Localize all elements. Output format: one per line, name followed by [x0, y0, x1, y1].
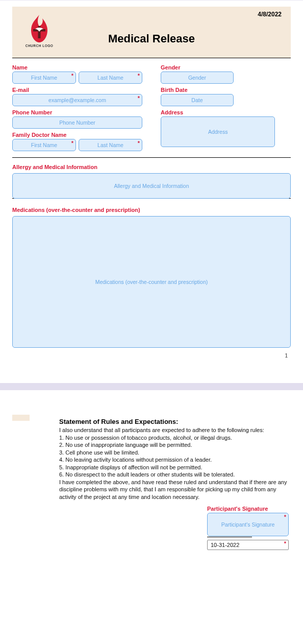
- address-label: Address: [161, 109, 291, 115]
- header-banner: 4/8/2022 CHURCH LOGO Medical Release: [12, 7, 291, 58]
- rules-text: I also understand that all participants …: [59, 426, 289, 500]
- first-name-input[interactable]: First Name *: [12, 71, 76, 84]
- doctor-last-placeholder: Last Name: [97, 142, 123, 148]
- required-asterisk: *: [284, 540, 286, 546]
- birthdate-label: Birth Date: [161, 87, 291, 93]
- address-input[interactable]: Address: [161, 116, 275, 147]
- signature-input[interactable]: Participant's Signature *: [207, 513, 289, 536]
- page-gap-bottom: [0, 390, 303, 404]
- gender-placeholder: Gender: [188, 75, 206, 81]
- allergy-label: Allergy and Medical Information: [12, 164, 291, 170]
- signature-label: Participant's Signature: [207, 506, 289, 512]
- required-asterisk: *: [138, 95, 140, 101]
- phone-label: Phone Number: [12, 109, 142, 115]
- signature-underline: [207, 537, 252, 537]
- gender-input[interactable]: Gender: [161, 71, 234, 84]
- required-asterisk: *: [71, 73, 73, 79]
- rule-2: 2. No use of inappropriate language will…: [59, 441, 289, 449]
- doctor-first-placeholder: First Name: [31, 142, 57, 148]
- flame-dove-cross-icon: [26, 14, 53, 43]
- required-asterisk: *: [71, 140, 73, 146]
- email-label: E-mail: [12, 87, 142, 93]
- required-asterisk: *: [138, 140, 140, 146]
- page-number: 1: [12, 351, 291, 359]
- phone-input[interactable]: Phone Number: [12, 116, 142, 129]
- rules-outro: I have completed the above, and have rea…: [59, 479, 289, 501]
- medications-placeholder: Medications (over-the-counter and prescr…: [95, 279, 208, 285]
- form-columns: Name First Name * Last Name * E-mail exa…: [12, 58, 291, 154]
- page-1: 4/8/2022 CHURCH LOGO Medical Release Nam…: [0, 0, 303, 369]
- rules-block: Statement of Rules and Expectations: I a…: [59, 410, 289, 550]
- birthdate-field: Birth Date Date: [161, 87, 291, 106]
- divider: [12, 157, 291, 158]
- address-placeholder: Address: [208, 129, 228, 135]
- required-asterisk: *: [138, 73, 140, 79]
- page-title: Medical Release: [20, 32, 283, 49]
- doctor-first-input[interactable]: First Name *: [12, 139, 76, 151]
- phone-placeholder: Phone Number: [59, 120, 95, 126]
- rule-6: 6. No disrespect to the adult leaders or…: [59, 471, 289, 479]
- allergy-field: Allergy and Medical Information Allergy …: [12, 164, 291, 199]
- birthdate-placeholder: Date: [191, 97, 203, 103]
- allergy-input[interactable]: Allergy and Medical Information: [12, 173, 291, 199]
- logo-text: CHURCH LOGO: [20, 44, 58, 48]
- rule-1: 1. No use or possession of tobacco produ…: [59, 434, 289, 442]
- email-placeholder: example@example.com: [48, 97, 106, 103]
- church-logo: CHURCH LOGO: [20, 14, 58, 48]
- gender-label: Gender: [161, 64, 291, 70]
- rules-intro: I also understand that all participants …: [59, 426, 289, 434]
- name-label: Name: [12, 64, 142, 70]
- phone-field: Phone Number Phone Number: [12, 109, 142, 129]
- right-column: Gender Gender Birth Date Date Address Ad…: [161, 64, 291, 154]
- header-date: 4/8/2022: [258, 11, 282, 18]
- page-gap-top: [0, 369, 303, 383]
- required-asterisk: *: [284, 514, 286, 520]
- banner-stub: [12, 415, 30, 421]
- first-name-placeholder: First Name: [31, 75, 57, 81]
- left-column: Name First Name * Last Name * E-mail exa…: [12, 64, 142, 154]
- doctor-field: Family Doctor Name First Name * Last Nam…: [12, 132, 142, 151]
- birthdate-input[interactable]: Date: [161, 94, 234, 106]
- name-field: Name First Name * Last Name *: [12, 64, 142, 84]
- page-2: Statement of Rules and Expectations: I a…: [0, 404, 303, 565]
- address-field: Address Address: [161, 109, 291, 147]
- signature-placeholder: Participant's Signature: [221, 521, 275, 528]
- page-separator-band: [0, 383, 303, 390]
- allergy-placeholder: Allergy and Medical Information: [114, 183, 189, 189]
- rule-5: 5. Inappropriate displays of affection w…: [59, 464, 289, 471]
- rules-heading: Statement of Rules and Expectations:: [59, 418, 289, 425]
- last-name-input[interactable]: Last Name *: [79, 71, 142, 84]
- rule-3: 3. Cell phone use will be limited.: [59, 449, 289, 457]
- signature-date-input[interactable]: 10-31-2022 *: [207, 540, 289, 550]
- signature-date-value: 10-31-2022: [211, 542, 239, 548]
- medications-field: Medications (over-the-counter and prescr…: [12, 207, 291, 348]
- gender-field: Gender Gender: [161, 64, 291, 84]
- doctor-last-input[interactable]: Last Name *: [79, 139, 142, 151]
- last-name-placeholder: Last Name: [97, 75, 123, 81]
- medications-input[interactable]: Medications (over-the-counter and prescr…: [12, 216, 291, 348]
- email-field: E-mail example@example.com *: [12, 87, 142, 106]
- signature-area: Participant's Signature Participant's Si…: [59, 506, 289, 550]
- doctor-label: Family Doctor Name: [12, 132, 142, 138]
- medications-label: Medications (over-the-counter and prescr…: [12, 207, 291, 213]
- email-input[interactable]: example@example.com *: [12, 94, 142, 106]
- rule-4: 4. No leaving activity locations without…: [59, 456, 289, 464]
